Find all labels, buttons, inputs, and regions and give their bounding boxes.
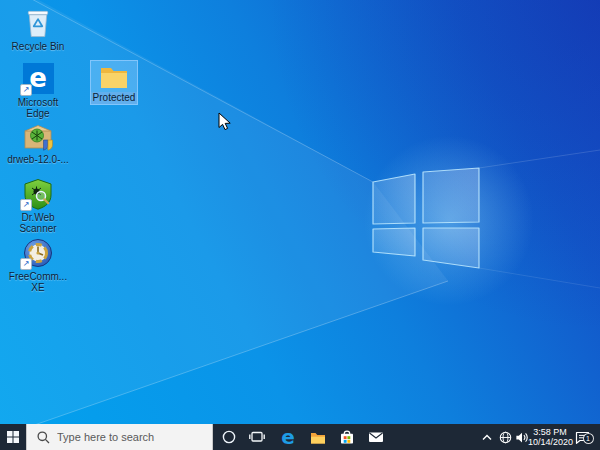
task-view-icon xyxy=(248,428,266,446)
desktop-icon-freecommander[interactable]: ↗ FreeComm...XE xyxy=(2,236,74,293)
icon-label: FreeComm...XE xyxy=(9,271,67,293)
file-explorer-icon xyxy=(309,428,327,446)
search-icon xyxy=(36,430,51,445)
icon-label: drweb-12.0-... xyxy=(7,154,69,165)
folder-icon xyxy=(98,64,130,91)
desktop-icon-protected-folder[interactable]: Protected xyxy=(90,60,138,105)
mail-icon xyxy=(367,428,385,446)
desktop-icon-microsoft-edge[interactable]: e ↗ MicrosoftEdge xyxy=(2,62,74,119)
icon-label: Recycle Bin xyxy=(12,41,65,52)
desktop-icon-recycle-bin[interactable]: Recycle Bin xyxy=(2,6,74,52)
drweb-installer-icon xyxy=(22,120,54,152)
file-explorer-button[interactable] xyxy=(304,424,332,450)
mouse-cursor xyxy=(218,112,232,132)
action-center-button[interactable]: 1 xyxy=(570,424,594,450)
icon-label: MicrosoftEdge xyxy=(18,97,59,119)
start-button[interactable] xyxy=(0,424,26,450)
windows-start-icon xyxy=(6,430,20,444)
taskbar-search[interactable] xyxy=(26,424,213,450)
taskbar-edge-button[interactable]: e xyxy=(274,424,302,450)
tray-clock[interactable]: 3:58 PM 10/14/2020 xyxy=(528,424,572,450)
network-globe-icon xyxy=(498,430,513,445)
edge-icon: e xyxy=(281,424,295,450)
cortana-button[interactable] xyxy=(215,424,243,450)
store-icon xyxy=(338,428,356,446)
clock-time: 3:58 PM xyxy=(528,427,572,437)
shortcut-arrow-icon: ↗ xyxy=(20,199,32,211)
search-input[interactable] xyxy=(57,431,187,443)
shortcut-arrow-icon: ↗ xyxy=(20,84,32,96)
speaker-icon xyxy=(515,430,529,445)
clock-date: 10/14/2020 xyxy=(528,437,572,447)
chevron-up-icon xyxy=(481,432,493,443)
store-button[interactable] xyxy=(333,424,361,450)
windows-desktop: Recycle Bin e ↗ MicrosoftEdge drweb-12.0… xyxy=(0,0,600,450)
mail-button[interactable] xyxy=(362,424,390,450)
cortana-icon xyxy=(221,429,237,445)
tray-show-hidden-button[interactable] xyxy=(478,424,496,450)
icon-label: Dr.WebScanner xyxy=(19,212,56,234)
task-view-button[interactable] xyxy=(243,424,271,450)
desktop-icon-drweb-installer[interactable]: drweb-12.0-... xyxy=(2,119,74,165)
desktop-icon-drweb-scanner[interactable]: ↗ Dr.WebScanner xyxy=(2,177,74,234)
icon-label: Protected xyxy=(91,92,138,104)
recycle-bin-icon xyxy=(25,7,51,38)
shortcut-arrow-icon: ↗ xyxy=(20,258,32,270)
tray-network-button[interactable] xyxy=(496,424,514,450)
taskbar: e xyxy=(0,424,600,450)
notification-badge: 1 xyxy=(583,433,594,444)
